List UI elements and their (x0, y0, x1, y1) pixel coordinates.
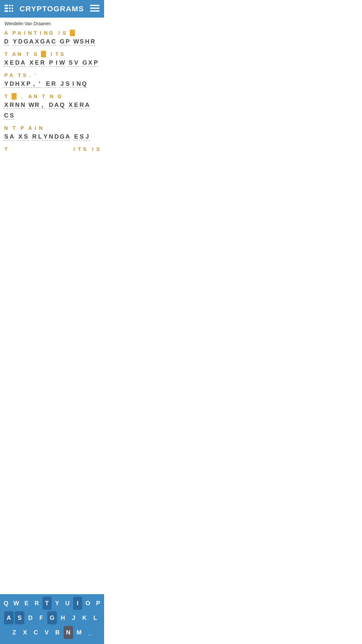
decoded-word: PA (4, 72, 14, 78)
decoded-word: N (49, 93, 54, 100)
svg-rect-1 (5, 8, 8, 9)
decoded-word: S (33, 51, 38, 57)
decoded-word: ITS (49, 51, 65, 57)
svg-rect-6 (12, 5, 13, 6)
svg-rect-5 (9, 10, 11, 12)
decoded-word: N (4, 125, 9, 131)
decoded-word: T (4, 146, 9, 152)
svg-rect-11 (90, 10, 100, 12)
svg-rect-2 (5, 10, 8, 12)
encoded-word: GP (59, 38, 70, 46)
svg-rect-9 (90, 5, 100, 6)
encoded-word: YDHXP,' (4, 80, 42, 88)
header: Cryptograms (0, 0, 104, 18)
decoded-line-3: PA TS,' (4, 71, 101, 80)
encoded-word: RLYNDGA (32, 133, 70, 141)
puzzle-line-3: PA TS,' YDHXP,' ER JSINQ (4, 71, 101, 88)
encoded-line-5: SA XS RLYNDGA ESJ (4, 133, 101, 141)
decoded-word: T (41, 93, 46, 100)
encoded-word: XERA (68, 101, 90, 109)
encoded-word: ESJ (73, 133, 90, 141)
encoded-word: YDGAXGAC (12, 38, 56, 46)
svg-rect-0 (5, 5, 8, 6)
decoded-word: G (57, 93, 62, 100)
encoded-word: XRNN (4, 101, 26, 109)
decoded-word: IS (57, 30, 67, 36)
encoded-line-2: XEDA XER PIW SV GXP (4, 59, 101, 67)
decoded-letter: A (4, 30, 9, 36)
puzzle-line-1: A PAINTING IS D YDGAXGAC GP WSHR (4, 28, 101, 46)
encoded-word: XER (29, 59, 45, 67)
decoded-word: T (25, 51, 30, 57)
puzzle-line-6: T ITS IS (4, 145, 101, 154)
encoded-word: JSINQ (59, 80, 87, 88)
svg-rect-4 (9, 8, 11, 9)
attribution: Wendelin Van Draanen (0, 18, 104, 28)
encoded-word: SA (4, 133, 15, 141)
decoded-word (41, 51, 46, 57)
bars-icon (5, 5, 14, 13)
decoded-line-5: N T P AIN (4, 124, 101, 133)
decoded-word: A (4, 30, 9, 36)
encoded-word: CS (4, 112, 15, 119)
decoded-word: PAINTING (12, 30, 54, 36)
decoded-line-6: T ITS IS (4, 145, 101, 154)
encoded-word: SV (68, 59, 79, 67)
puzzle-area: A PAINTING IS D YDGAXGAC GP WSHR (0, 28, 104, 208)
decoded-word (70, 30, 75, 36)
decoded-line-2: T AN T S ITS (4, 50, 101, 59)
decoded-word: IS (90, 146, 101, 152)
decoded-word: T (4, 51, 9, 57)
app-title: Cryptograms (19, 5, 84, 13)
decoded-word: T (12, 125, 17, 131)
puzzle-line-2: T AN T S ITS XEDA XER (4, 50, 101, 67)
decoded-line-4: T , AN T N G (4, 92, 101, 101)
encoded-word: ER (45, 80, 56, 88)
decoded-word: , (20, 93, 25, 100)
svg-rect-8 (12, 10, 13, 12)
decoded-word: TS,' (17, 72, 38, 78)
decoded-word: AN (12, 51, 22, 57)
encoded-line-4: XRNN WR, DAQ XERA CS (4, 101, 101, 119)
decoded-word: ITS (72, 146, 87, 152)
decoded-word (12, 93, 17, 100)
encoded-word: D (4, 38, 9, 46)
encoded-word: XEDA (4, 59, 26, 67)
decoded-word: AIN (28, 125, 43, 131)
encoded-word: DAQ (48, 101, 65, 109)
encoded-word: XS (18, 133, 29, 141)
puzzle-line-5: N T P AIN SA XS RLYNDGA ESJ (4, 124, 101, 141)
decoded-word: T (4, 93, 9, 100)
puzzle-line-4: T , AN T N G XRNN (4, 92, 101, 119)
svg-rect-10 (90, 8, 100, 9)
decoded-word: P (20, 125, 25, 131)
decoded-line-1: A PAINTING IS (4, 28, 101, 37)
encoded-word: GXP (82, 59, 99, 67)
menu-icon[interactable] (90, 5, 100, 13)
svg-rect-7 (12, 8, 13, 9)
decoded-word: AN (28, 93, 38, 100)
encoded-line-3: YDHXP,' ER JSINQ (4, 80, 101, 88)
encoded-word: WSHR (73, 38, 96, 46)
svg-rect-3 (9, 5, 11, 6)
encoded-word: PIW (48, 59, 65, 67)
encoded-word: WR, (29, 101, 45, 109)
encoded-line-1: D YDGAXGAC GP WSHR (4, 38, 101, 46)
